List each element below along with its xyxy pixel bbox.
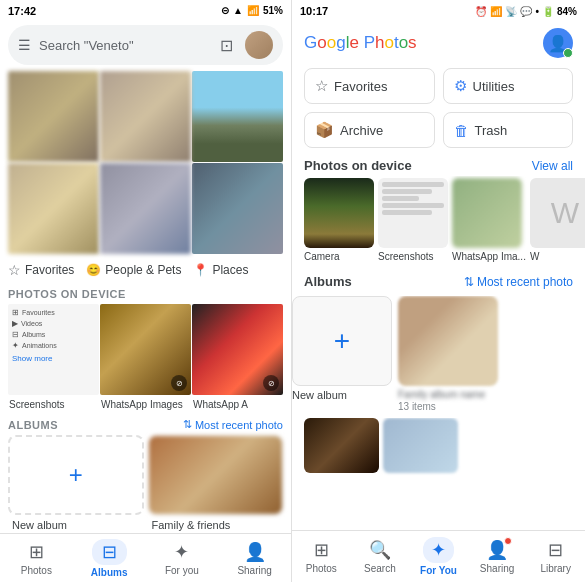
whatsapp-label: WhatsApp Ima... [452, 251, 526, 262]
photo-cell[interactable] [100, 163, 191, 254]
nav-search-right[interactable]: 🔍 Search [351, 535, 410, 578]
new-album-card[interactable]: + New album [292, 296, 392, 412]
nav-library-right[interactable]: ⊟ Library [526, 535, 585, 578]
albums-section-title-right: Albums [304, 274, 352, 289]
star-icon: ☆ [315, 77, 328, 95]
bottom-nav-right: ⊞ Photos 🔍 Search ✦ For You 👤 Sharing ⊟ … [292, 530, 585, 582]
family-album-count: 13 items [398, 401, 498, 412]
nav-search-label-right: Search [364, 563, 396, 574]
nav-sharing[interactable]: 👤 Sharing [218, 537, 291, 580]
device-photo-whatsapp1[interactable]: ⊘ [100, 304, 191, 395]
star-icon: ☆ [8, 262, 21, 278]
shortcut-people[interactable]: 😊 People & Pets [86, 263, 181, 277]
nav-photos-label: Photos [21, 565, 52, 576]
nav-sharing-label: Sharing [237, 565, 271, 576]
section-label-device: PHOTOS ON DEVICE [0, 284, 291, 302]
albums-section-label: ALBUMS [8, 419, 58, 431]
nav-for-you-label: For you [165, 565, 199, 576]
nav-sharing-label-right: Sharing [480, 563, 514, 574]
utilities-label: Utilities [473, 79, 515, 94]
most-recent-link[interactable]: ⇅ Most recent photo [183, 418, 283, 431]
device-item-screenshots[interactable]: Screenshots [378, 178, 448, 262]
new-album-cell[interactable]: + [8, 435, 144, 515]
most-recent-link2[interactable]: ⇅ Most recent photo [464, 275, 573, 289]
for-you-active-pill: ✦ [423, 537, 454, 563]
family-album-card[interactable]: Family album name 13 items [398, 296, 498, 412]
strip-photo-1[interactable] [304, 418, 379, 473]
new-album-name: New album [8, 517, 144, 533]
nav-library-label-right: Library [540, 563, 571, 574]
cast-icon[interactable]: ⊡ [220, 36, 233, 55]
shortcut-favorites-label: Favorites [25, 263, 74, 277]
nav-for-you-label-right: For You [420, 565, 457, 576]
library-icon-right: ⊟ [548, 539, 563, 561]
photo-cell[interactable] [8, 71, 99, 162]
family-album-thumb [398, 296, 498, 386]
view-all-link[interactable]: View all [532, 159, 573, 173]
new-album-card-name: New album [292, 389, 392, 401]
device-photo-labels: Screenshots WhatsApp Images WhatsApp A [8, 399, 283, 410]
avatar-badge [563, 48, 573, 58]
photo-grid-top [8, 71, 283, 254]
device-item-w[interactable]: W W [530, 178, 585, 262]
nav-albums[interactable]: ⊟ Albums [73, 535, 146, 582]
status-icons-left: ⊝ ▲ 📶 51% [221, 5, 283, 16]
bottom-strip [292, 418, 585, 530]
no-sync-icon2: ⊘ [263, 375, 279, 391]
nav-photos-label-right: Photos [306, 563, 337, 574]
device-item-camera[interactable]: Camera [304, 178, 374, 262]
google-photos-logo: Google Photos [304, 33, 417, 53]
shortcut-places[interactable]: 📍 Places [193, 263, 248, 277]
search-input[interactable]: Search "Veneto" [39, 38, 212, 53]
status-icons-right: ⏰ 📶 📡 💬 • 🔋 84% [475, 6, 577, 17]
archive-button[interactable]: 📦 Archive [304, 112, 435, 148]
device-section-title: Photos on device [304, 158, 412, 173]
screenshots-thumb [378, 178, 448, 248]
plus-icon2: + [334, 325, 350, 357]
status-bar-left: 17:42 ⊝ ▲ 📶 51% [0, 0, 291, 21]
section-header-device: Photos on device View all [292, 152, 585, 176]
family-album-name: Family & friends [148, 517, 284, 533]
search-bar[interactable]: ☰ Search "Veneto" ⊡ [8, 25, 283, 65]
left-panel: 17:42 ⊝ ▲ 📶 51% ☰ Search "Veneto" ⊡ ☆ Fa… [0, 0, 292, 582]
header-avatar[interactable]: 👤 [543, 28, 573, 58]
avatar[interactable] [245, 31, 273, 59]
device-photo-screenshots-thumb[interactable]: ⊞Favourites ▶Videos ⊟Albums ✦Animations … [8, 304, 99, 395]
time-left: 17:42 [8, 5, 36, 17]
family-album-cell[interactable] [148, 435, 284, 515]
family-album-card-name: Family album name [398, 389, 498, 400]
utilities-button[interactable]: ⚙ Utilities [443, 68, 574, 104]
nav-photos-right[interactable]: ⊞ Photos [292, 535, 351, 578]
nav-albums-label: Albums [91, 567, 128, 578]
section-header-albums: Albums ⇅ Most recent photo [292, 268, 585, 292]
shortcuts-row: ☆ Favorites 😊 People & Pets 📍 Places [0, 256, 291, 284]
favorites-button[interactable]: ☆ Favorites [304, 68, 435, 104]
nav-for-you-right[interactable]: ✦ For You [409, 533, 468, 580]
places-icon: 📍 [193, 263, 208, 277]
device-photo-whatsapp2[interactable]: ⊘ [192, 304, 283, 395]
photo-cell[interactable] [8, 163, 99, 254]
device-label-3: WhatsApp A [192, 399, 283, 410]
photo-cell[interactable] [192, 71, 283, 162]
shortcut-favorites[interactable]: ☆ Favorites [8, 262, 74, 278]
trash-button[interactable]: 🗑 Trash [443, 112, 574, 148]
sort-icon2: ⇅ [464, 275, 474, 289]
photo-cell[interactable] [100, 71, 191, 162]
utilities-icon: ⚙ [454, 77, 467, 95]
favorites-label: Favorites [334, 79, 387, 94]
bottom-nav-left: ⊞ Photos ⊟ Albums ✦ For you 👤 Sharing [0, 533, 291, 582]
albums-icon: ⊟ [102, 542, 117, 562]
status-bar-right: 10:17 ⏰ 📶 📡 💬 • 🔋 84% [292, 0, 585, 22]
hamburger-icon[interactable]: ☰ [18, 37, 31, 53]
new-album-thumb: + [292, 296, 392, 386]
camera-label: Camera [304, 251, 374, 262]
trash-icon: 🗑 [454, 122, 469, 139]
for-you-icon-right: ✦ [431, 540, 446, 560]
photo-cell[interactable] [192, 163, 283, 254]
nav-for-you[interactable]: ✦ For you [146, 537, 219, 580]
nav-sharing-right[interactable]: 👤 Sharing [468, 535, 527, 578]
albums-header: ALBUMS ⇅ Most recent photo [0, 414, 291, 435]
device-item-whatsapp[interactable]: WhatsApp Ima... [452, 178, 526, 262]
nav-photos[interactable]: ⊞ Photos [0, 537, 73, 580]
strip-photo-2[interactable] [383, 418, 458, 473]
